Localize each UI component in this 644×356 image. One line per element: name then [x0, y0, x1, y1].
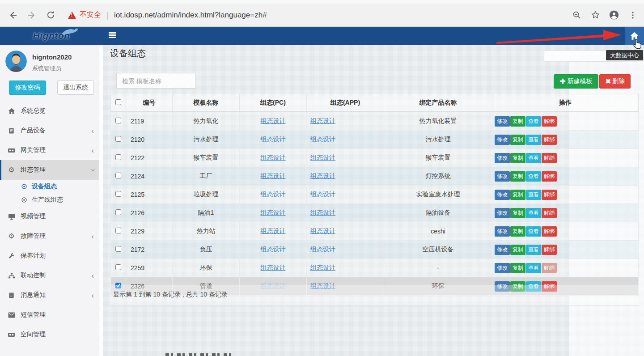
sidebar-subitem-label: 设备组态: [32, 182, 57, 191]
pc-config-link[interactable]: 组态设计: [261, 209, 286, 216]
unbind-button[interactable]: 解绑: [542, 135, 557, 145]
template-name: 工厂: [173, 167, 240, 186]
row-checkbox[interactable]: [115, 173, 121, 178]
sidebar-item-overview[interactable]: 系统总览: [0, 101, 103, 121]
gateway-icon: [8, 331, 15, 339]
pc-config-link[interactable]: 组态设计: [261, 117, 286, 124]
row-checkbox[interactable]: [115, 228, 121, 233]
unbind-button[interactable]: 解绑: [542, 190, 557, 200]
row-checkbox[interactable]: [115, 209, 121, 215]
sidebar-item-sms[interactable]: 短信管理: [0, 305, 103, 325]
view-button[interactable]: 查看: [526, 208, 541, 218]
app-config-link[interactable]: 组态设计: [310, 264, 335, 271]
new-template-button[interactable]: ✚新建模板: [554, 74, 599, 89]
view-button[interactable]: 查看: [526, 226, 541, 237]
pc-config-link[interactable]: 组态设计: [261, 172, 286, 179]
menu-kebab-icon[interactable]: [628, 10, 638, 20]
copy-button[interactable]: 复制: [510, 208, 525, 218]
change-password-button[interactable]: 修改密码: [9, 81, 46, 95]
delete-button[interactable]: ✖删除: [599, 74, 631, 89]
copy-button[interactable]: 复制: [510, 245, 525, 255]
unbind-button[interactable]: 解绑: [542, 245, 557, 255]
copy-button[interactable]: 复制: [510, 190, 525, 200]
sidebar-item-products[interactable]: 产品设备‹: [0, 121, 103, 140]
sidebar-item-linkage[interactable]: 联动控制‹: [0, 266, 103, 285]
row-checkbox[interactable]: [115, 264, 121, 270]
view-button[interactable]: 查看: [526, 153, 541, 163]
refresh-icon[interactable]: [46, 10, 55, 20]
sidebar-subitem-line-configuration[interactable]: 生产线组态: [0, 193, 103, 207]
copy-button[interactable]: 复制: [510, 135, 525, 145]
unbind-button[interactable]: 解绑: [542, 116, 557, 127]
app-config-link[interactable]: 组态设计: [310, 227, 335, 234]
back-icon[interactable]: [8, 10, 18, 20]
app-config-link[interactable]: 组态设计: [310, 191, 335, 198]
row-checkbox[interactable]: [115, 246, 121, 252]
modify-button[interactable]: 修改: [495, 190, 510, 200]
pc-config-link[interactable]: 组态设计: [261, 191, 286, 198]
app-config-link[interactable]: 组态设计: [310, 117, 335, 124]
view-button[interactable]: 查看: [526, 190, 541, 200]
pc-config-link[interactable]: 组态设计: [261, 154, 286, 161]
sidebar-item-fault[interactable]: ⚙故障管理‹: [0, 226, 103, 246]
app-config-link[interactable]: 组态设计: [310, 136, 335, 143]
modify-button[interactable]: 修改: [495, 245, 510, 255]
pc-config-link[interactable]: 组态设计: [261, 246, 286, 253]
row-checkbox[interactable]: [115, 191, 121, 197]
sidebar-item-notification[interactable]: 消息通知‹: [0, 285, 103, 305]
row-checkbox[interactable]: [115, 154, 121, 160]
cogs-icon: ⚙: [8, 166, 15, 174]
sidebar-item-configuration[interactable]: ⚙组态管理‹: [0, 160, 103, 180]
modify-button[interactable]: 修改: [495, 263, 510, 273]
sidebar-item-label: 保养计划: [21, 252, 46, 260]
modify-button[interactable]: 修改: [495, 135, 510, 145]
row-checkbox[interactable]: [115, 118, 121, 123]
view-button[interactable]: 查看: [526, 116, 541, 127]
view-button[interactable]: 查看: [526, 263, 541, 273]
template-id: 2172: [126, 241, 173, 259]
address-bar[interactable]: 不安全 | iot.idosp.net/admin/index.html?lan…: [68, 10, 566, 20]
modify-button[interactable]: 修改: [495, 171, 510, 182]
zoom-out-icon[interactable]: [572, 10, 581, 20]
copy-button[interactable]: 复制: [510, 116, 525, 127]
app-config-link[interactable]: 组态设计: [310, 172, 335, 179]
copy-button[interactable]: 复制: [510, 153, 525, 163]
modify-button[interactable]: 修改: [495, 208, 510, 218]
view-button[interactable]: 查看: [526, 245, 541, 255]
copy-button[interactable]: 复制: [510, 263, 525, 273]
sidebar-item-gateway[interactable]: 网关管理‹: [0, 140, 103, 160]
modify-button[interactable]: 修改: [495, 153, 510, 163]
app-config-link[interactable]: 组态设计: [310, 154, 335, 161]
sidebar-subitem-device-configuration[interactable]: 设备组态: [0, 180, 103, 193]
logout-button[interactable]: 退出系统: [57, 81, 94, 95]
row-checkbox[interactable]: [115, 136, 121, 142]
table-row: 2129热力站组态设计组态设计ceshi修改复制查看解绑: [111, 222, 639, 241]
app-config-link[interactable]: 组态设计: [310, 209, 335, 216]
forward-icon[interactable]: [27, 10, 37, 20]
select-all-checkbox[interactable]: [115, 99, 121, 105]
copy-button[interactable]: 复制: [510, 226, 525, 237]
template-id: 2122: [126, 149, 173, 167]
pc-config-link[interactable]: 组态设计: [261, 264, 286, 271]
sidebar-item-space[interactable]: 空间管理: [0, 325, 103, 344]
profile-icon[interactable]: [609, 10, 619, 20]
column-header: 模板名称: [173, 94, 240, 112]
modify-button[interactable]: 修改: [495, 226, 510, 237]
app-config-link[interactable]: 组态设计: [310, 246, 335, 253]
view-button[interactable]: 查看: [526, 135, 541, 145]
bookmark-star-icon[interactable]: [590, 10, 600, 20]
sidebar-item-video[interactable]: 视频管理: [0, 207, 103, 226]
sidebar-item-maintenance[interactable]: 保养计划: [0, 246, 103, 266]
sidebar-toggle-button[interactable]: [109, 32, 116, 38]
view-button[interactable]: 查看: [526, 171, 541, 182]
unbind-button[interactable]: 解绑: [542, 171, 557, 182]
unbind-button[interactable]: 解绑: [542, 208, 557, 218]
pc-config-link[interactable]: 组态设计: [261, 227, 286, 234]
unbind-button[interactable]: 解绑: [542, 226, 557, 237]
pc-config-link[interactable]: 组态设计: [261, 136, 286, 143]
unbind-button[interactable]: 解绑: [542, 263, 557, 273]
copy-button[interactable]: 复制: [510, 171, 525, 182]
modify-button[interactable]: 修改: [495, 116, 510, 127]
unbind-button[interactable]: 解绑: [542, 153, 557, 163]
template-search-input[interactable]: [116, 73, 196, 89]
